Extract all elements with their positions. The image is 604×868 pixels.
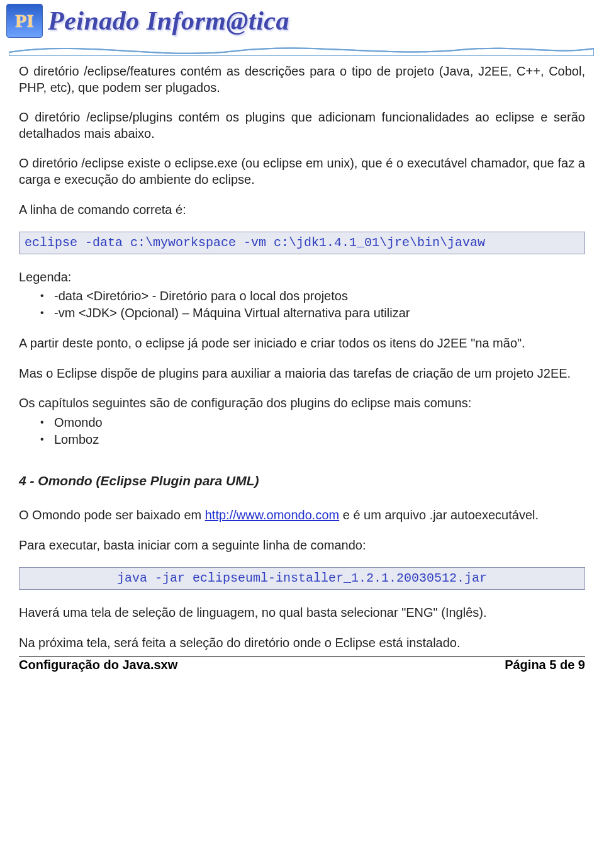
- legend-list: -data <Diretório> - Diretório para o loc…: [40, 288, 585, 322]
- text: O Omondo pode ser baixado em: [19, 508, 205, 522]
- paragraph: A linha de comando correta é:: [19, 202, 585, 218]
- legend-label: Legenda:: [19, 269, 585, 286]
- paragraph: O diretório /eclipse/plugins contém os p…: [19, 110, 585, 142]
- list-item: -data <Diretório> - Diretório para o loc…: [40, 288, 585, 305]
- document-body: O diretório /eclipse/features contém as …: [0, 64, 604, 651]
- brand-title: Peinado Inform@tica: [48, 6, 289, 36]
- paragraph: O diretório /eclipse/features contém as …: [19, 64, 585, 96]
- plugins-list: Omondo Lomboz: [40, 414, 585, 448]
- paragraph: O Omondo pode ser baixado em http://www.…: [19, 507, 585, 524]
- footer-page-number: Página 5 de 9: [505, 658, 585, 672]
- list-item: -vm <JDK> (Opcional) – Máquina Virtual a…: [40, 305, 585, 322]
- paragraph: A partir deste ponto, o eclipse já pode …: [19, 335, 585, 352]
- paragraph: Mas o Eclipse dispõe de plugins para aux…: [19, 366, 585, 382]
- page: PI Peinado Inform@tica O diretório /ecli…: [0, 0, 604, 672]
- paragraph: O diretório /eclipse existe o eclipse.ex…: [19, 155, 585, 188]
- brand-logo-icon: PI: [6, 4, 43, 38]
- paragraph: Para executar, basta iniciar com a segui…: [19, 538, 585, 554]
- footer-filename: Configuração do Java.sxw: [19, 658, 177, 672]
- text: e é um arquivo .jar autoexecutável.: [339, 508, 539, 522]
- page-footer: Configuração do Java.sxw Página 5 de 9: [19, 656, 585, 672]
- code-block: eclipse -data c:\myworkspace -vm c:\jdk1…: [19, 232, 585, 254]
- paragraph: Na próxima tela, será feita a seleção do…: [19, 635, 585, 651]
- paragraph: Haverá uma tela de seleção de linguagem,…: [19, 605, 585, 621]
- header-divider-wave-icon: [9, 41, 594, 56]
- section-heading: 4 - Omondo (Eclipse Plugin para UML): [19, 473, 585, 490]
- omondo-link[interactable]: http://www.omondo.com: [205, 508, 339, 522]
- code-block: java -jar eclipseuml-installer_1.2.1.200…: [19, 567, 585, 590]
- page-header: PI Peinado Inform@tica: [0, 0, 604, 64]
- list-item: Omondo: [40, 414, 585, 431]
- brand-block: PI Peinado Inform@tica: [6, 4, 598, 38]
- paragraph: Os capítulos seguintes são de configuraç…: [19, 395, 585, 412]
- list-item: Lomboz: [40, 431, 585, 448]
